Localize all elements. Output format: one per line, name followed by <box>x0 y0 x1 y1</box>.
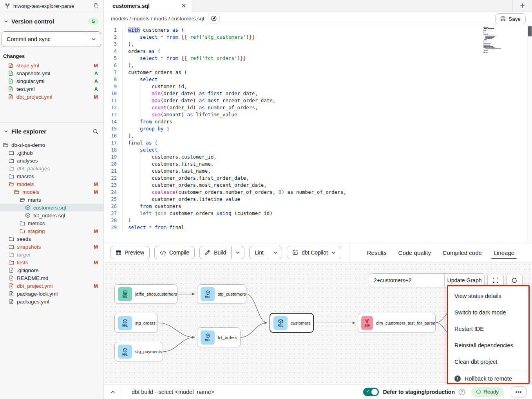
tree-item-label: dbt_project.yml <box>17 283 53 289</box>
tree-item-seeds[interactable]: seeds <box>0 235 103 243</box>
tree-item--github[interactable]: .github <box>0 149 103 157</box>
tab-customers-sql[interactable]: customers.sql ✕ <box>104 0 192 12</box>
tree-item-fct-orders-sql[interactable]: fct_orders.sql <box>0 211 103 219</box>
code-editor[interactable]: 1with customers as (2 select * from {{ r… <box>104 25 532 243</box>
search-icon[interactable] <box>92 128 99 135</box>
command-input[interactable]: dbt build --select <model_name> <box>132 389 214 395</box>
changed-file-row[interactable]: snapshots.ymlA <box>0 69 103 77</box>
menu-item-switch-to-dark-mode[interactable]: Switch to dark mode <box>448 304 528 321</box>
file-icon <box>9 275 14 281</box>
lineage-node-customers[interactable]: MDLcustomers <box>270 313 314 333</box>
lint-options-dropdown[interactable] <box>269 246 282 259</box>
changed-file-name: stripe.yml <box>16 63 39 69</box>
copy-icon[interactable] <box>93 3 99 9</box>
code-line: 22 customer_orders.first_order_date, <box>104 175 532 182</box>
file-status-letter: M <box>94 189 98 195</box>
breadcrumb: models / models / marts / customers.sql <box>111 16 204 22</box>
tree-item-metrics[interactable]: metrics <box>0 219 103 227</box>
lineage-node-fct_orders[interactable]: MDLfct_orders <box>197 327 241 347</box>
changed-file-row[interactable]: singular.ymlA <box>0 77 103 85</box>
tree-item-snapshots[interactable]: snapshotsM <box>0 243 103 251</box>
lineage-node-stg_payments[interactable]: MDLstg_payments <box>114 342 163 361</box>
defer-toggle[interactable]: ✓ <box>363 388 379 396</box>
file-explorer-title: File explorer <box>11 128 89 135</box>
lineage-node-stg_orders[interactable]: MDLstg_orders <box>114 313 158 333</box>
menu-item-view-status-details[interactable]: View status details <box>448 288 528 304</box>
tree-item-readme-md[interactable]: README.md <box>0 274 103 282</box>
node-badge-label: MDL <box>122 353 128 356</box>
build-options-dropdown[interactable] <box>231 246 244 259</box>
tree-item-models[interactable]: modelsM <box>0 188 103 196</box>
changes-list: stripe.ymlMsnapshots.ymlAsingular.ymlAte… <box>0 61 103 101</box>
results-tab-code-quality[interactable]: Code quality <box>398 243 431 262</box>
build-button[interactable]: Build <box>200 246 231 259</box>
tree-item-package-lock-yml[interactable]: package-lock.yml <box>0 290 103 298</box>
tree-item-packages-yml[interactable]: packages.yml <box>0 298 103 305</box>
node-label: stg_payments <box>135 349 162 354</box>
preview-button[interactable]: Preview <box>110 246 150 259</box>
tree-item--gitignore[interactable]: .gitignore <box>0 266 103 274</box>
menu-item-reinstall-dependencies[interactable]: Reinstall dependencies <box>448 337 528 354</box>
tree-item-customers-sql[interactable]: customers.sql <box>0 204 103 211</box>
tree-item-db-sl-qs-demo[interactable]: db-sl-qs-demo <box>0 141 103 149</box>
editor-scrollbar[interactable] <box>527 25 532 243</box>
expand-command-bar-icon[interactable] <box>104 389 122 395</box>
tree-item-models[interactable]: modelsM <box>0 180 103 188</box>
mdl-glyph-icon <box>123 319 128 324</box>
editor-minimap[interactable] <box>483 27 512 54</box>
dbt-copilot-button[interactable]: dbt Copilot <box>287 246 341 259</box>
compile-button[interactable]: Compile <box>154 246 195 259</box>
save-button[interactable]: Save <box>495 13 526 24</box>
version-control-header[interactable]: Version control 5 <box>0 12 103 28</box>
tree-item-tests[interactable]: testsM <box>0 258 103 266</box>
new-tab-button[interactable]: + <box>512 0 532 12</box>
menu-item-clean-dbt-project[interactable]: Clean dbt project <box>448 354 528 370</box>
lint-label: Lint <box>255 249 264 256</box>
help-icon[interactable]: ? <box>459 389 465 395</box>
tree-item-staging[interactable]: stagingM <box>0 227 103 235</box>
statusbar-divider <box>122 385 122 399</box>
commit-and-sync-button[interactable]: Commit and sync <box>2 32 86 47</box>
changed-file-row[interactable]: stripe.ymlM <box>0 61 103 69</box>
tree-item-label: marts <box>28 197 41 203</box>
tree-item-label: analyses <box>17 158 38 164</box>
tree-item-label: snapshots <box>17 244 41 250</box>
file-explorer-header[interactable]: File explorer <box>0 123 103 138</box>
tree-item-target[interactable]: target <box>0 251 103 258</box>
menu-item-restart-ide[interactable]: Restart IDE <box>448 321 528 337</box>
copilot-label: dbt Copilot <box>302 249 328 256</box>
tree-item-macros[interactable]: macros <box>0 172 103 180</box>
commit-options-dropdown[interactable] <box>86 32 101 47</box>
results-tab-lineage[interactable]: Lineage <box>494 243 514 262</box>
tree-item-marts[interactable]: marts <box>0 196 103 204</box>
more-options-button[interactable]: ••• <box>511 386 527 397</box>
tree-item-dbt-project-yml[interactable]: dbt_project.ymlM <box>0 282 103 290</box>
tree-item-analyses[interactable]: analyses <box>0 157 103 164</box>
tab-close-icon[interactable]: ✕ <box>181 2 186 9</box>
code-line: 10 min(order_date) as first_order_date, <box>104 90 532 97</box>
file-icon <box>9 283 14 289</box>
lineage-node-dim_customers_test_for_parse[interactable]: SEMdim_customers_test_for_parse <box>358 313 436 333</box>
code-line: 28) <box>104 217 532 224</box>
lint-button[interactable]: Lint <box>250 246 269 259</box>
node-label: stg_orders <box>135 321 156 325</box>
tree-item-label: seeds <box>17 236 31 242</box>
changed-file-name: dbt_project.yml <box>16 94 52 100</box>
tree-item-dbt-packages[interactable]: dbt_packages <box>0 164 103 172</box>
results-tab-results[interactable]: Results <box>367 243 387 262</box>
folder-icon <box>3 142 9 148</box>
changed-file-row[interactable]: test.ymlA <box>0 85 103 93</box>
editor-scrollbar-thumb[interactable] <box>528 26 532 36</box>
git-branch-icon <box>5 3 10 9</box>
results-tab-compiled-code[interactable]: Compiled code <box>443 243 482 262</box>
mdl-glyph-icon <box>205 290 210 295</box>
node-type-badge: MDL <box>118 316 132 330</box>
open-in-explorer-button[interactable] <box>208 13 220 24</box>
node-type-badge: SEM <box>361 316 373 330</box>
changed-file-row[interactable]: dbt_project.ymlM <box>0 93 103 101</box>
lineage-node-stg_customers[interactable]: MDLstg_customers <box>197 284 246 304</box>
file-status-letter: A <box>94 78 98 84</box>
folder-icon <box>9 150 14 155</box>
lineage-node-jaffle_shop.customers[interactable]: SRCjaffle_shop.customers <box>114 284 177 304</box>
lineage-filter-input[interactable] <box>369 273 445 287</box>
